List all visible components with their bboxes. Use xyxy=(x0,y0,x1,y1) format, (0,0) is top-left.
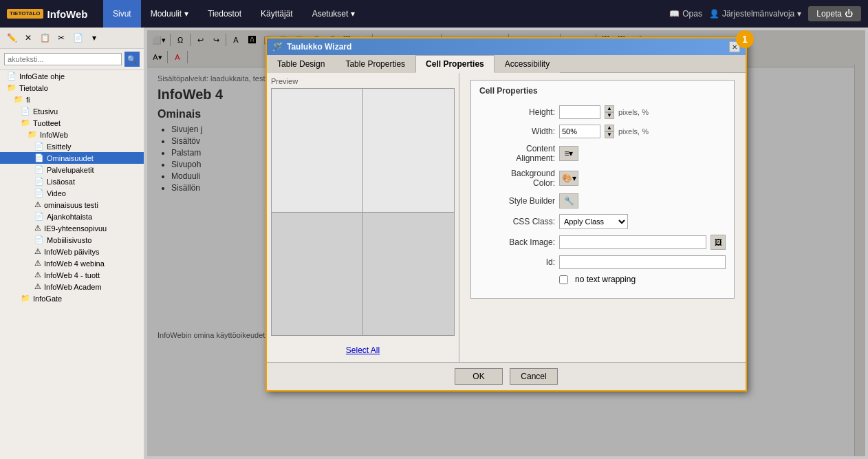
style-builder-row: Style Builder 🔧 xyxy=(479,193,726,209)
preview-cell-1[interactable] xyxy=(272,89,363,213)
sidebar-label-10: Video xyxy=(47,189,66,198)
ok-button[interactable]: OK xyxy=(455,368,503,385)
user-menu[interactable]: 👤 Järjestelmänvalvoja ▾ xyxy=(709,9,801,19)
preview-cell-2[interactable] xyxy=(363,89,455,213)
sidebar-item-infogate-ohje[interactable]: 📄 InfoGate ohje xyxy=(0,70,144,82)
preview-table xyxy=(271,88,455,336)
search-button[interactable]: 🔍 xyxy=(124,52,140,67)
bg-color-row: BackgroundColor: 🎨▾ xyxy=(479,169,726,188)
cell-props-group: Cell Properties Height: ▲ ▼ xyxy=(470,80,735,299)
sidebar-item-ominaisuudet[interactable]: 📄 Ominaisuudet xyxy=(0,152,144,164)
cell-props-title: Cell Properties xyxy=(479,86,726,96)
page-icon-7: 📄 xyxy=(34,189,44,198)
topbar: TIETOTALO InfoWeb Sivut Moduulit ▾ Tiedo… xyxy=(0,0,868,28)
nav-item-kayttajat[interactable]: Käyttäjät xyxy=(251,0,303,28)
editor-container: ⬜▾ Ω ↩ ↪ A 🅰 📋 📋 📋 🔗 🔗 🖼 📊 xyxy=(147,30,865,456)
height-down[interactable]: ▼ xyxy=(605,112,614,119)
sidebar-item-academ[interactable]: ⚠ InfoWeb Academ xyxy=(0,281,144,292)
taulukko-wizard-modal: 1 🪄 Taulukko Wizard ✕ Table Design xyxy=(265,37,747,392)
page-icon-2: 📄 xyxy=(21,107,30,116)
tab-table-design[interactable]: Table Design xyxy=(267,55,335,73)
nav-item-tiedostot[interactable]: Tiedostot xyxy=(198,0,251,28)
sidebar-item-infogate2[interactable]: 📁 InfoGate xyxy=(0,292,144,304)
sidebar-item-fi[interactable]: 📁 fi xyxy=(0,94,144,105)
chevron-down-icon-3: ▾ xyxy=(797,9,801,19)
warning-icon-6: ⚠ xyxy=(34,282,41,291)
tab-table-properties[interactable]: Table Properties xyxy=(335,55,415,73)
sidebar-item-tuotteet2[interactable]: ⚠ InfoWeb 4 - tuott xyxy=(0,269,144,281)
more-button[interactable]: ▾ xyxy=(87,30,102,45)
sidebar-item-ajankohtaista[interactable]: 📄 Ajankohtaista xyxy=(0,211,144,222)
search-input[interactable] xyxy=(4,53,122,65)
paste-button[interactable]: 📄 xyxy=(70,30,85,45)
power-icon: ⏻ xyxy=(845,9,853,19)
sidebar-item-infoweb[interactable]: 📁 InfoWeb xyxy=(0,129,144,140)
sidebar-item-esittely[interactable]: 📄 Esittely xyxy=(0,140,144,152)
nav-label-asetukset: Asetukset xyxy=(312,9,349,19)
cancel-button[interactable]: Cancel xyxy=(510,368,558,385)
css-class-label: CSS Class: xyxy=(479,217,555,226)
content-alignment-label: ContentAlignment: xyxy=(479,144,555,163)
page-icon-4: 📄 xyxy=(34,153,44,162)
step-badge: 1 xyxy=(736,30,754,48)
width-down[interactable]: ▼ xyxy=(605,131,614,138)
tab-accessibility[interactable]: Accessibility xyxy=(495,55,560,73)
width-up[interactable]: ▲ xyxy=(605,125,614,131)
nav-label-tiedostot: Tiedostot xyxy=(208,9,241,19)
sidebar-item-palvelupaketit[interactable]: 📄 Palvelupaketit xyxy=(0,164,144,175)
nav-item-moduulit[interactable]: Moduulit ▾ xyxy=(141,0,198,28)
preview-cell-3[interactable] xyxy=(272,212,363,336)
content-alignment-btn[interactable]: ≡▾ xyxy=(559,146,578,161)
sidebar-item-ie9[interactable]: ⚠ IE9-yhteensopivuu xyxy=(0,222,144,234)
height-input[interactable] xyxy=(559,105,600,119)
sidebar-item-paivitys[interactable]: ⚠ InfoWeb päivitys xyxy=(0,246,144,257)
id-label: Id: xyxy=(479,257,555,267)
sidebar-item-tietotalo[interactable]: 📁 Tietotalo xyxy=(0,82,144,94)
sidebar-label-6: Esittely xyxy=(47,142,71,151)
sidebar-label-4: Tuotteet xyxy=(33,119,61,127)
select-all-link[interactable]: Select All xyxy=(346,345,380,355)
delete-button[interactable]: ✕ xyxy=(21,30,36,45)
sidebar-search-bar: 🔍 xyxy=(0,49,144,70)
width-input[interactable] xyxy=(559,125,600,138)
height-up[interactable]: ▲ xyxy=(605,105,614,112)
user-label: Järjestelmänvalvoja xyxy=(722,9,794,19)
preview-row-1 xyxy=(272,89,455,213)
no-wrap-checkbox[interactable] xyxy=(559,275,568,284)
modal-tabs: Table Design Table Properties Cell Prope… xyxy=(267,55,746,73)
back-image-browse-btn[interactable]: 🖼 xyxy=(710,235,726,250)
preview-cell-4[interactable] xyxy=(363,212,455,336)
sidebar-item-lisaosat[interactable]: 📄 Lisäosat xyxy=(0,175,144,187)
logout-button[interactable]: Lopeta ⏻ xyxy=(808,6,861,21)
tab-cell-properties[interactable]: Cell Properties xyxy=(415,55,495,73)
nav-item-sivut[interactable]: Sivut xyxy=(103,0,141,28)
sidebar-label-0: InfoGate ohje xyxy=(19,72,65,81)
bg-color-btn[interactable]: 🎨▾ xyxy=(559,171,578,186)
cut-button[interactable]: ✂ xyxy=(54,30,69,45)
logo-box: TIETOTALO xyxy=(7,9,43,19)
copy-button[interactable]: 📋 xyxy=(37,30,52,45)
id-row: Id: xyxy=(479,255,726,269)
back-image-input[interactable] xyxy=(559,235,706,249)
page-icon-8: 📄 xyxy=(34,212,44,221)
nav-label-kayttajat: Käyttäjät xyxy=(261,9,293,19)
sidebar-label-17: InfoWeb 4 - tuott xyxy=(44,271,100,279)
sidebar-item-webinaari[interactable]: ⚠ InfoWeb 4 webina xyxy=(0,257,144,269)
warning-icon-2: ⚠ xyxy=(34,224,41,233)
page-icon-9: 📄 xyxy=(34,235,44,244)
sidebar-label-2: fi xyxy=(26,96,30,104)
sidebar-item-ominaisuus-testi[interactable]: ⚠ ominaisuus testi xyxy=(0,199,144,211)
id-input[interactable] xyxy=(559,255,726,269)
edit-button[interactable]: ✏️ xyxy=(4,30,19,45)
sidebar-item-mobiili[interactable]: 📄 Mobiilisivusto xyxy=(0,234,144,246)
css-class-dropdown[interactable]: Apply Class xyxy=(559,214,628,229)
style-builder-btn[interactable]: 🔧 xyxy=(559,193,578,209)
modal-title: Taulukko Wizard xyxy=(287,42,725,52)
width-unit: pixels, % xyxy=(618,127,649,136)
opas-link[interactable]: 📖 Opas xyxy=(669,9,702,19)
sidebar-item-etusivu[interactable]: 📄 Etusivu xyxy=(0,105,144,117)
sidebar-item-video[interactable]: 📄 Video xyxy=(0,187,144,199)
nav-item-asetukset[interactable]: Asetukset ▾ xyxy=(303,0,365,28)
back-image-row: Back Image: 🖼 xyxy=(479,235,726,250)
sidebar-item-tuotteet[interactable]: 📁 Tuotteet xyxy=(0,117,144,129)
